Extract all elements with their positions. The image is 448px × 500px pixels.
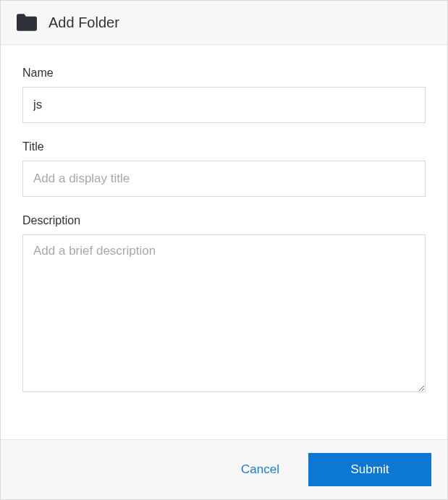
- modal-footer: Cancel Submit: [1, 439, 447, 499]
- modal-header: Add Folder: [1, 1, 447, 45]
- form-group-description: Description: [22, 214, 426, 395]
- title-label: Title: [22, 140, 426, 153]
- title-input[interactable]: [22, 161, 426, 197]
- folder-icon: [17, 14, 37, 31]
- modal-body: Name Title Description: [1, 45, 447, 439]
- form-group-title: Title: [22, 140, 426, 197]
- add-folder-modal: Add Folder Name Title Description Cancel…: [0, 0, 448, 500]
- form-group-name: Name: [22, 67, 426, 123]
- description-label: Description: [22, 214, 426, 227]
- name-label: Name: [22, 67, 426, 80]
- modal-title: Add Folder: [48, 14, 119, 31]
- name-input[interactable]: [22, 87, 426, 123]
- cancel-button[interactable]: Cancel: [234, 458, 287, 481]
- submit-button[interactable]: Submit: [308, 453, 431, 486]
- description-input[interactable]: [22, 234, 426, 392]
